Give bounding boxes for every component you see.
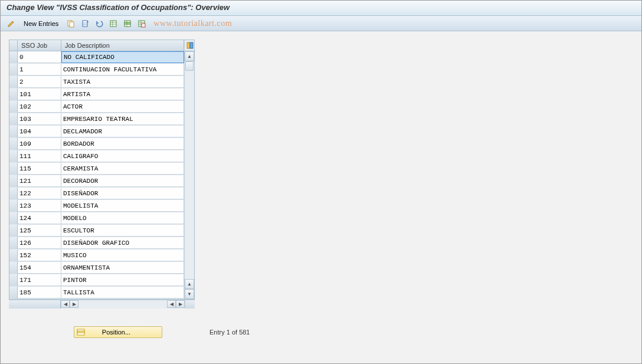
cell-job-description[interactable]: CONTINUACION FACULTATIVA <box>61 64 184 76</box>
undo-icon[interactable] <box>93 18 105 29</box>
scroll-thumb[interactable] <box>185 61 194 71</box>
row-selector-header[interactable] <box>9 40 18 51</box>
cell-job-description[interactable]: ESCULTOR <box>61 225 184 237</box>
row-selector[interactable] <box>9 51 18 63</box>
hscroll-spacer <box>9 300 61 309</box>
scroll-down-button[interactable]: ▼ <box>185 289 194 299</box>
svg-rect-7 <box>142 24 145 27</box>
cell-sso-job[interactable]: 126 <box>18 237 61 249</box>
cell-job-description[interactable]: TAXISTA <box>61 76 184 88</box>
cell-job-description[interactable]: DISEÑADOR <box>61 188 184 199</box>
cell-sso-job[interactable]: 104 <box>18 126 61 137</box>
cell-sso-job[interactable]: 102 <box>18 101 61 113</box>
entry-status-text: Entry 1 of 581 <box>209 329 250 336</box>
row-selector[interactable] <box>9 225 18 237</box>
row-selector[interactable] <box>9 175 18 187</box>
vertical-scrollbar: ▲ ▲ ▼ <box>184 40 194 299</box>
cell-sso-job[interactable]: 123 <box>18 200 61 212</box>
row-selector[interactable] <box>9 274 18 286</box>
table-row: 103EMPRESARIO TEATRAL <box>9 113 184 126</box>
cell-job-description[interactable]: ACTOR <box>61 101 184 113</box>
cell-job-description[interactable]: TALLISTA <box>61 287 184 299</box>
cell-sso-job[interactable]: 1 <box>18 64 61 76</box>
cell-sso-job[interactable]: 185 <box>18 287 61 299</box>
column-header-job-description[interactable]: Job Description <box>61 40 184 51</box>
cell-job-description[interactable]: MUSICO <box>61 250 184 261</box>
cell-sso-job[interactable]: 103 <box>18 113 61 125</box>
table-row: 111CALIGRAFO <box>9 150 184 163</box>
scroll-up-button-2[interactable]: ▲ <box>185 279 194 289</box>
row-selector[interactable] <box>9 163 18 175</box>
svg-rect-1 <box>70 22 74 27</box>
cell-sso-job[interactable]: 125 <box>18 225 61 237</box>
cell-job-description[interactable]: EMPRESARIO TEATRAL <box>61 113 184 125</box>
row-selector[interactable] <box>9 150 18 162</box>
row-selector[interactable] <box>9 212 18 224</box>
scroll-left-button-2[interactable]: ◀ <box>167 300 176 308</box>
svg-rect-3 <box>110 21 116 27</box>
table-settings-icon[interactable] <box>185 40 195 51</box>
deselect-all-icon[interactable] <box>136 18 148 29</box>
cell-sso-job[interactable]: 109 <box>18 138 61 150</box>
table-row: 104DECLAMADOR <box>9 126 184 138</box>
row-selector[interactable] <box>9 76 18 88</box>
new-entries-button[interactable]: New Entries <box>19 18 63 29</box>
scroll-track[interactable] <box>185 61 194 279</box>
cell-sso-job[interactable]: 152 <box>18 250 61 261</box>
position-button[interactable]: Position... <box>74 326 162 338</box>
row-selector[interactable] <box>9 138 18 150</box>
cell-job-description[interactable]: DECLAMADOR <box>61 126 184 137</box>
table-row: 109BORDADOR <box>9 138 184 150</box>
cell-sso-job[interactable]: 101 <box>18 88 61 100</box>
row-selector[interactable] <box>9 126 18 137</box>
cell-job-description[interactable]: DECORADOR <box>61 175 184 187</box>
row-selector[interactable] <box>9 237 18 249</box>
scroll-right-button-2[interactable]: ▶ <box>176 300 185 308</box>
cell-sso-job[interactable]: 154 <box>18 262 61 274</box>
cell-job-description[interactable]: CALIGRAFO <box>61 150 184 162</box>
page-title: Change View "IVSS Classification of Occu… <box>6 3 230 12</box>
cell-sso-job[interactable]: 2 <box>18 76 61 88</box>
toolbar: New Entries www.tutorialkart.com <box>1 16 641 31</box>
position-button-label: Position... <box>102 329 130 336</box>
select-all-icon[interactable] <box>107 18 119 29</box>
scroll-up-button[interactable]: ▲ <box>185 51 194 61</box>
cell-job-description[interactable]: PINTOR <box>61 274 184 286</box>
row-selector[interactable] <box>9 250 18 261</box>
row-selector[interactable] <box>9 64 18 76</box>
toggle-change-icon[interactable] <box>5 18 17 29</box>
delete-icon[interactable] <box>79 18 91 29</box>
cell-job-description[interactable]: MODELO <box>61 212 184 224</box>
row-selector[interactable] <box>9 200 18 212</box>
cell-sso-job[interactable]: 171 <box>18 274 61 286</box>
cell-job-description[interactable]: MODELISTA <box>61 200 184 212</box>
table-row: 1CONTINUACION FACULTATIVA <box>9 64 184 76</box>
cell-job-description[interactable]: BORDADOR <box>61 138 184 150</box>
scroll-left-button[interactable]: ◀ <box>61 300 70 308</box>
cell-sso-job[interactable]: 121 <box>18 175 61 187</box>
scroll-right-button[interactable]: ▶ <box>70 300 78 308</box>
cell-sso-job[interactable]: 115 <box>18 163 61 175</box>
cell-sso-job[interactable]: 124 <box>18 212 61 224</box>
cell-job-description[interactable]: DISEÑADOR GRAFICO <box>61 237 184 249</box>
row-selector[interactable] <box>9 287 18 299</box>
cell-job-description[interactable]: NO CALIFICADO <box>61 51 184 63</box>
table-row: 2TAXISTA <box>9 76 184 88</box>
cell-sso-job[interactable]: 122 <box>18 188 61 199</box>
cell-job-description[interactable]: CERAMISTA <box>61 163 184 175</box>
cell-sso-job[interactable]: 0 <box>18 51 61 63</box>
table-header-row: SSO Job Job Description <box>9 40 184 51</box>
row-selector[interactable] <box>9 101 18 113</box>
row-selector[interactable] <box>9 113 18 125</box>
cell-job-description[interactable]: ORNAMENTISTA <box>61 262 184 274</box>
copy-as-icon[interactable] <box>65 18 77 29</box>
column-header-sso-job[interactable]: SSO Job <box>18 40 61 51</box>
row-selector[interactable] <box>9 88 18 100</box>
table-row: 152MUSICO <box>9 250 184 262</box>
row-selector[interactable] <box>9 188 18 199</box>
row-selector[interactable] <box>9 262 18 274</box>
select-block-icon[interactable] <box>122 18 133 29</box>
cell-job-description[interactable]: ARTISTA <box>61 88 184 100</box>
cell-sso-job[interactable]: 111 <box>18 150 61 162</box>
data-table: SSO Job Job Description 0NO CALIFICADO1C… <box>9 40 195 300</box>
